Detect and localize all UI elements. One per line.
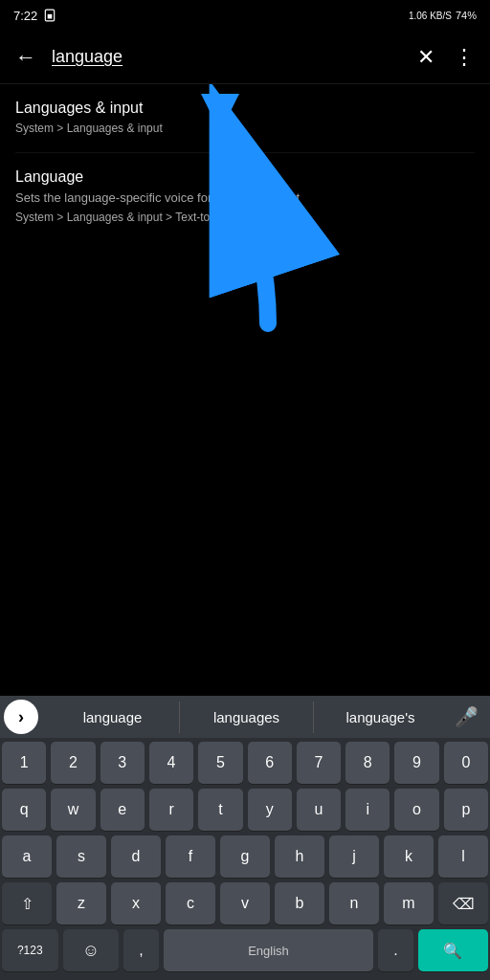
result-description: Sets the language-specific voice for the… xyxy=(15,189,475,207)
result-item-languages-input[interactable]: Languages & input System > Languages & i… xyxy=(15,84,475,153)
shift-button[interactable]: ⇧ xyxy=(2,882,52,924)
key-4[interactable]: 4 xyxy=(149,742,193,784)
search-bar: ← language ✕ ⋮ xyxy=(0,31,490,84)
suggestion-item-2[interactable]: language's xyxy=(314,702,447,733)
key-m[interactable]: m xyxy=(384,882,434,924)
key-0[interactable]: 0 xyxy=(444,742,488,784)
key-q[interactable]: q xyxy=(2,789,46,831)
status-bar: 7:22 1.06 KB/S 74% xyxy=(0,0,490,31)
key-1[interactable]: 1 xyxy=(2,742,46,784)
suggestions-expand-button[interactable]: › xyxy=(4,700,38,734)
key-h[interactable]: h xyxy=(275,835,324,878)
expand-icon: › xyxy=(18,707,24,727)
key-z[interactable]: z xyxy=(56,882,106,924)
key-f[interactable]: f xyxy=(166,835,215,878)
search-results: Languages & input System > Languages & i… xyxy=(0,84,490,241)
result-path: System > Languages & input xyxy=(15,121,475,137)
key-j[interactable]: j xyxy=(329,835,379,878)
clear-button[interactable]: ✕ xyxy=(413,41,438,74)
key-r[interactable]: r xyxy=(149,789,193,831)
key-w[interactable]: w xyxy=(51,789,95,831)
data-speed: 1.06 KB/S xyxy=(409,11,452,21)
back-button[interactable]: ← xyxy=(11,41,40,74)
time: 7:22 xyxy=(13,9,37,23)
key-d[interactable]: d xyxy=(111,835,161,878)
key-g[interactable]: g xyxy=(220,835,270,878)
key-b[interactable]: b xyxy=(275,882,324,924)
status-time: 7:22 xyxy=(13,9,56,23)
back-icon: ← xyxy=(15,45,36,70)
special-chars-button[interactable]: ?123 xyxy=(2,929,58,971)
more-icon: ⋮ xyxy=(454,45,475,70)
keyboard-rows: 1 2 3 4 5 6 7 8 9 0 q w e r t y u i o p … xyxy=(0,738,490,980)
suggestion-item-0[interactable]: language xyxy=(46,702,180,733)
key-y[interactable]: y xyxy=(248,789,292,831)
key-e[interactable]: e xyxy=(100,789,145,831)
suggestions-bar: › language languages language's 🎤 xyxy=(0,696,490,738)
search-button[interactable]: 🔍 xyxy=(418,929,488,971)
emoji-button[interactable]: ☺ xyxy=(63,929,120,971)
result-item-language[interactable]: Language Sets the language-specific voic… xyxy=(15,153,475,241)
sim-icon xyxy=(43,9,56,22)
key-c[interactable]: c xyxy=(166,882,215,924)
key-row-2: a s d f g h j k l xyxy=(2,835,488,878)
more-options-button[interactable]: ⋮ xyxy=(450,41,479,74)
key-row-bottom: ?123 ☺ , English . 🔍 xyxy=(2,929,488,971)
key-8[interactable]: 8 xyxy=(345,742,390,784)
key-3[interactable]: 3 xyxy=(100,742,145,784)
key-row-3: ⇧ z x c v b n m ⌫ xyxy=(2,882,488,924)
svg-rect-1 xyxy=(48,14,53,19)
battery: 74% xyxy=(456,10,477,21)
key-k[interactable]: k xyxy=(384,835,434,878)
period-key[interactable]: . xyxy=(378,929,413,971)
key-u[interactable]: u xyxy=(297,789,341,831)
key-s[interactable]: s xyxy=(56,835,106,878)
microphone-button[interactable]: 🎤 xyxy=(447,698,486,736)
keyboard: › language languages language's 🎤 1 2 3 … xyxy=(0,696,490,980)
key-6[interactable]: 6 xyxy=(248,742,292,784)
key-9[interactable]: 9 xyxy=(394,742,438,784)
key-row-1: q w e r t y u i o p xyxy=(2,789,488,831)
search-input-area[interactable]: language xyxy=(52,47,402,67)
clear-icon: ✕ xyxy=(417,45,434,70)
number-row: 1 2 3 4 5 6 7 8 9 0 xyxy=(2,742,488,784)
key-t[interactable]: t xyxy=(198,789,242,831)
suggestions-list: language languages language's xyxy=(46,702,447,733)
key-o[interactable]: o xyxy=(394,789,438,831)
key-v[interactable]: v xyxy=(220,882,270,924)
key-a[interactable]: a xyxy=(2,835,52,878)
search-input[interactable]: language xyxy=(52,47,402,67)
status-icons: 1.06 KB/S 74% xyxy=(409,10,477,21)
key-7[interactable]: 7 xyxy=(297,742,341,784)
key-2[interactable]: 2 xyxy=(51,742,95,784)
suggestion-item-1[interactable]: languages xyxy=(180,702,314,733)
key-p[interactable]: p xyxy=(444,789,488,831)
result-title: Languages & input xyxy=(15,100,475,117)
key-n[interactable]: n xyxy=(329,882,379,924)
key-x[interactable]: x xyxy=(111,882,161,924)
result-path: System > Languages & input > Text-to-spe… xyxy=(15,210,475,226)
backspace-button[interactable]: ⌫ xyxy=(438,882,488,924)
key-5[interactable]: 5 xyxy=(198,742,242,784)
result-title: Language xyxy=(15,168,475,186)
comma-key[interactable]: , xyxy=(123,929,159,971)
key-i[interactable]: i xyxy=(345,789,390,831)
key-l[interactable]: l xyxy=(438,835,488,878)
space-button[interactable]: English xyxy=(164,929,374,971)
